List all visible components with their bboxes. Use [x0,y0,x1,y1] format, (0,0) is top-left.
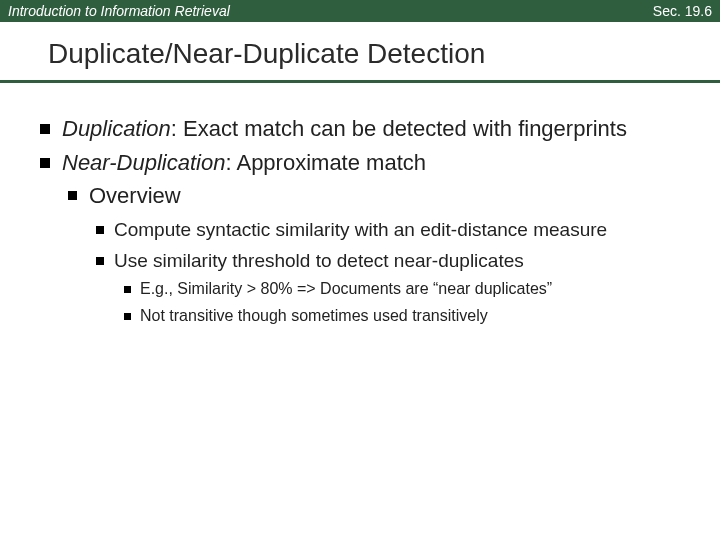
bullet-compute-similarity: Compute syntactic similarity with an edi… [96,218,680,242]
slide-title: Duplicate/Near-Duplicate Detection [0,38,720,74]
bullet-text: Near-Duplication: Approximate match [62,149,680,177]
section-number: Sec. 19.6 [653,3,712,19]
square-bullet-icon [40,124,50,134]
square-bullet-icon [40,158,50,168]
bullet-text: Use similarity threshold to detect near-… [114,249,524,273]
bullet-near-duplication: Near-Duplication: Approximate match [40,149,680,177]
term-near-duplication: Near-Duplication [62,150,225,175]
slide-content: Duplication: Exact match can be detected… [0,91,720,327]
bullet-duplication: Duplication: Exact match can be detected… [40,115,680,143]
bullet-overview: Overview [68,182,680,210]
square-bullet-icon [124,286,131,293]
bullet-not-transitive: Not transitive though sometimes used tra… [124,306,680,327]
bullet-text: E.g., Similarity > 80% => Documents are … [140,279,552,300]
bullet-example: E.g., Similarity > 80% => Documents are … [124,279,680,300]
bullet-text: Duplication: Exact match can be detected… [62,115,680,143]
bullet-threshold: Use similarity threshold to detect near-… [96,249,680,273]
bullet-text: Overview [89,182,181,210]
square-bullet-icon [96,257,104,265]
bullet-text: Not transitive though sometimes used tra… [140,306,488,327]
example-prefix: E.g., Similarity > 80% => Documents are [140,280,433,297]
bullet-rest: : Exact match can be detected with finge… [171,116,627,141]
header-bar: Introduction to Information Retrieval Se… [0,0,720,22]
bullet-rest: : Approximate match [225,150,426,175]
square-bullet-icon [124,313,131,320]
square-bullet-icon [96,226,104,234]
title-section: Duplicate/Near-Duplicate Detection [0,22,720,91]
quoted-near-duplicates: near duplicates [433,280,552,297]
title-underline [0,80,720,83]
bullet-text: Compute syntactic similarity with an edi… [114,218,607,242]
term-duplication: Duplication [62,116,171,141]
square-bullet-icon [68,191,77,200]
course-title: Introduction to Information Retrieval [8,3,230,19]
